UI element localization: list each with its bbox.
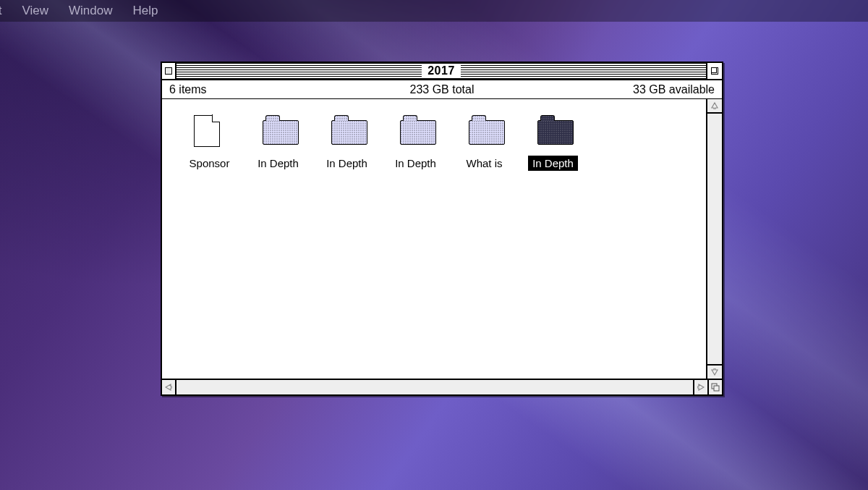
file-item[interactable]: Sponsor bbox=[175, 117, 244, 171]
scroll-left-arrow-icon[interactable] bbox=[162, 380, 176, 394]
folder-icon bbox=[400, 120, 436, 145]
folder-item[interactable]: In Depth bbox=[312, 117, 381, 171]
folder-item[interactable]: In Depth bbox=[519, 117, 587, 171]
vertical-scrollbar[interactable] bbox=[707, 99, 722, 380]
item-label: In Depth bbox=[253, 156, 303, 171]
file-list[interactable]: SponsorIn DepthIn DepthIn DepthWhat isIn… bbox=[162, 99, 707, 380]
window-title: 2017 bbox=[422, 64, 461, 77]
status-disk-available: 33 GB available bbox=[584, 83, 715, 96]
item-label: In Depth bbox=[322, 156, 372, 171]
scroll-right-arrow-icon[interactable] bbox=[693, 380, 707, 394]
close-box-icon[interactable] bbox=[162, 63, 176, 79]
status-disk-total: 233 GB total bbox=[299, 83, 584, 96]
horizontal-scroll-track[interactable] bbox=[176, 380, 693, 394]
item-label: Sponsor bbox=[185, 156, 234, 171]
folder-item[interactable]: In Depth bbox=[244, 117, 312, 171]
menubar: it View Window Help bbox=[0, 0, 868, 22]
folder-icon bbox=[537, 120, 574, 145]
item-label: What is bbox=[461, 156, 506, 171]
window-titlebar[interactable]: 2017 bbox=[162, 63, 722, 80]
folder-icon bbox=[263, 120, 299, 145]
vertical-scroll-track[interactable] bbox=[707, 114, 722, 364]
folder-item[interactable]: In Depth bbox=[381, 117, 450, 171]
menu-item-edit-partial[interactable]: it bbox=[0, 4, 2, 18]
folder-icon bbox=[331, 120, 367, 145]
document-icon bbox=[194, 115, 220, 147]
folder-item[interactable]: What is bbox=[450, 117, 519, 171]
resize-handle-icon[interactable] bbox=[707, 380, 722, 394]
finder-window: 2017 6 items 233 GB total 33 GB availabl… bbox=[161, 62, 723, 396]
titlebar-stripes[interactable]: 2017 bbox=[176, 63, 706, 79]
svg-rect-1 bbox=[714, 386, 719, 391]
menu-item-help[interactable]: Help bbox=[133, 4, 158, 18]
scroll-down-arrow-icon[interactable] bbox=[707, 364, 722, 379]
item-label: In Depth bbox=[391, 156, 441, 171]
horizontal-scrollbar[interactable] bbox=[162, 380, 722, 394]
status-bar: 6 items 233 GB total 33 GB available bbox=[162, 80, 722, 99]
scroll-up-arrow-icon[interactable] bbox=[707, 99, 722, 114]
folder-icon bbox=[469, 120, 505, 145]
menu-item-view[interactable]: View bbox=[22, 4, 49, 18]
status-item-count: 6 items bbox=[169, 83, 299, 96]
window-body: SponsorIn DepthIn DepthIn DepthWhat isIn… bbox=[162, 99, 722, 380]
item-label: In Depth bbox=[528, 156, 578, 171]
menu-item-window[interactable]: Window bbox=[69, 4, 112, 18]
zoom-box-icon[interactable] bbox=[706, 63, 722, 79]
